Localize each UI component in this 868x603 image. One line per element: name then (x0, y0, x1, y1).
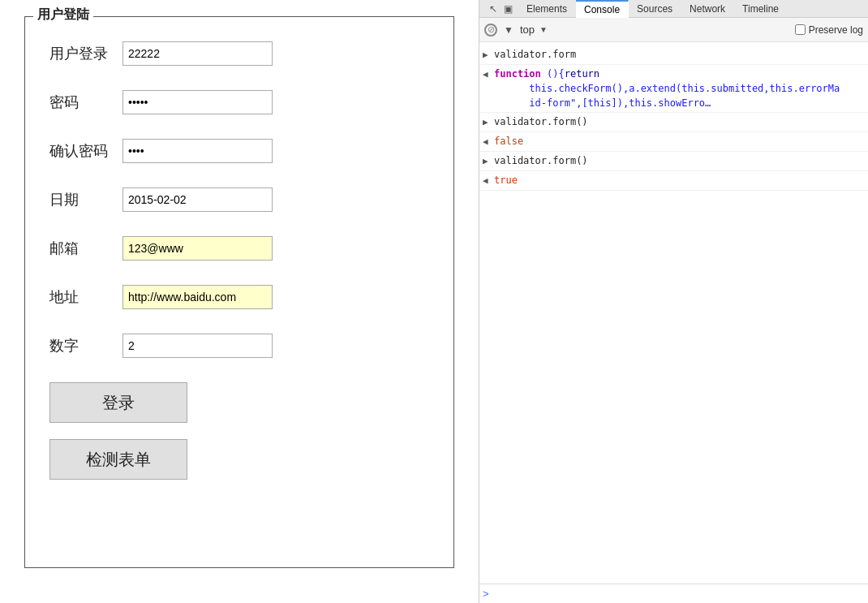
form-row-date: 日期 (49, 187, 429, 212)
arrow-3[interactable]: ▶ (483, 114, 494, 130)
arrow-2[interactable]: ◀ (483, 67, 494, 82)
inspect-icon[interactable]: ▣ (502, 3, 513, 15)
console-text-6: true (494, 173, 865, 187)
console-line-4: ◀ false (479, 132, 868, 152)
console-text-4: false (494, 134, 865, 149)
console-line-5: ▶ validator.form() (479, 152, 868, 171)
input-date[interactable] (122, 187, 273, 212)
cursor-icon[interactable]: ↖ (488, 3, 499, 15)
console-input-arrow: > (483, 588, 489, 600)
tab-console[interactable]: Console (576, 0, 629, 18)
console-line-1: ▶ validator.form (479, 45, 868, 65)
console-toolbar: ⊘ ▼ top ▼ Preserve log (479, 18, 868, 42)
top-label: top (520, 24, 535, 36)
tab-sources[interactable]: Sources (629, 0, 681, 18)
console-text-1: validator.form (494, 47, 865, 62)
tab-elements[interactable]: Elements (518, 0, 576, 18)
label-number: 数字 (49, 336, 122, 355)
console-input[interactable] (492, 588, 865, 600)
console-line-3: ▶ validator.form() (479, 113, 868, 132)
label-date: 日期 (49, 190, 122, 209)
form-row-username: 用户登录 (49, 41, 429, 66)
input-password[interactable] (122, 90, 273, 114)
login-button[interactable]: 登录 (49, 382, 187, 423)
input-number[interactable] (122, 334, 273, 358)
form-row-password: 密码 (49, 90, 429, 114)
console-text-5: validator.form() (494, 153, 865, 168)
arrow-5[interactable]: ▶ (483, 153, 494, 169)
form-title: 用户登陆 (33, 6, 93, 24)
devtools-icons: ↖ ▣ (483, 3, 518, 15)
left-panel: 用户登陆 用户登录 密码 确认密码 日期 邮箱 地址 (0, 0, 479, 603)
console-text-3: validator.form() (494, 114, 865, 129)
input-username[interactable] (122, 41, 273, 66)
label-email: 邮箱 (49, 239, 122, 258)
form-row-confirm-password: 确认密码 (49, 139, 429, 163)
button-row-check: 检测表单 (49, 439, 429, 480)
form-container: 用户登陆 用户登录 密码 确认密码 日期 邮箱 地址 (24, 16, 454, 568)
label-confirm-password: 确认密码 (49, 141, 122, 161)
console-output: ▶ validator.form ◀ function (){return th… (479, 42, 868, 584)
arrow-4[interactable]: ◀ (483, 134, 494, 149)
arrow-6[interactable]: ◀ (483, 173, 494, 188)
label-password: 密码 (49, 93, 122, 112)
form-row-email: 邮箱 (49, 236, 429, 261)
console-input-line: > (479, 584, 868, 603)
input-address[interactable] (122, 285, 273, 309)
console-text-2: function (){return this.checkForm(),a.ex… (494, 67, 865, 110)
console-line-6: ◀ true (479, 171, 868, 191)
tab-timeline[interactable]: Timeline (734, 0, 788, 18)
arrow-1[interactable]: ▶ (483, 47, 494, 62)
filter-icon[interactable]: ▼ (502, 24, 515, 37)
form-row-number: 数字 (49, 334, 429, 358)
label-username: 用户登录 (49, 44, 122, 63)
devtools-panel: ↖ ▣ Elements Console Sources Network Tim… (479, 0, 868, 603)
input-confirm-password[interactable] (122, 139, 273, 163)
preserve-log-checkbox[interactable] (795, 24, 806, 35)
label-address: 地址 (49, 287, 122, 307)
top-dropdown-arrow[interactable]: ▼ (539, 25, 548, 34)
devtools-tab-bar: ↖ ▣ Elements Console Sources Network Tim… (479, 0, 868, 18)
form-row-address: 地址 (49, 285, 429, 309)
preserve-log-area: Preserve log (795, 24, 863, 36)
tab-network[interactable]: Network (681, 0, 734, 18)
input-email[interactable] (122, 236, 273, 261)
console-line-2: ◀ function (){return this.checkForm(),a.… (479, 65, 868, 113)
button-row-login: 登录 (49, 382, 429, 423)
block-icon[interactable]: ⊘ (484, 24, 497, 37)
check-form-button[interactable]: 检测表单 (49, 439, 187, 480)
